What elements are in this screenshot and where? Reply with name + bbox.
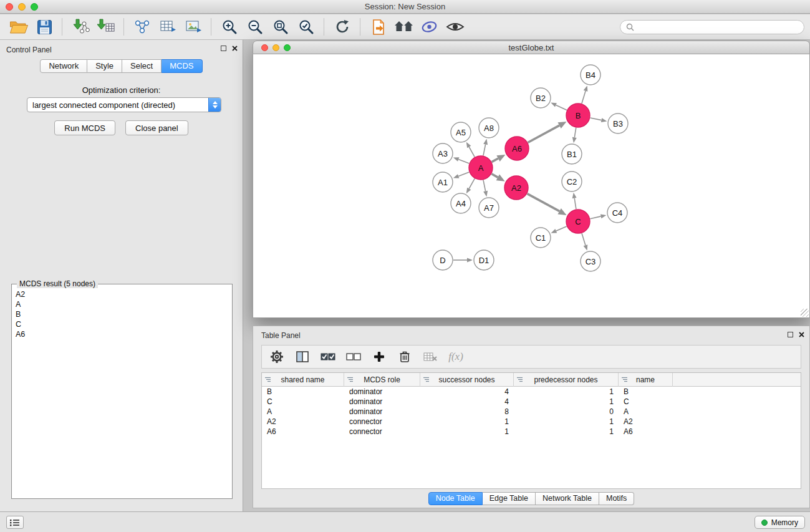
float-panel-icon[interactable] [788,332,793,337]
edge-A-A5[interactable] [466,142,475,157]
node-B4[interactable]: B4 [581,65,600,85]
table-row-a[interactable]: Adominator80A [262,407,801,417]
status-menu-button[interactable] [6,516,24,529]
node-A7[interactable]: A7 [479,198,499,218]
zoom-in-button[interactable] [218,16,241,37]
export-image-button[interactable] [182,16,205,37]
search-input[interactable] [637,23,798,32]
save-session-button[interactable] [33,16,55,37]
tab-edge-table[interactable]: Edge Table [483,492,536,505]
zoom-out-button[interactable] [244,16,266,37]
deselect-all-button[interactable] [346,349,361,365]
edge-A-A3[interactable] [453,157,470,163]
mcds-result-item-a[interactable]: A [16,299,228,309]
edge-B-B4[interactable] [582,85,588,104]
open-session-button[interactable] [367,16,390,37]
open-file-button[interactable] [7,16,30,37]
mcds-result-item-a6[interactable]: A6 [16,329,228,339]
edge-D-D1[interactable] [453,258,473,263]
edge-A-A6[interactable] [492,155,506,162]
edge-A-A4[interactable] [466,178,475,193]
edge-A-A1[interactable] [453,172,470,178]
node-B[interactable]: B [566,104,590,127]
node-C3[interactable]: C3 [581,251,600,271]
edge-C-C3[interactable] [582,233,587,251]
add-row-button[interactable] [372,349,387,365]
node-A8[interactable]: A8 [479,118,499,138]
zoom-traffic-light[interactable] [31,3,38,11]
float-panel-icon[interactable] [221,46,226,51]
styles-button[interactable] [418,16,441,37]
zoom-selected-button[interactable] [295,16,317,37]
edge-C-C2[interactable] [572,193,577,209]
edge-A-A2[interactable] [491,174,504,181]
node-B3[interactable]: B3 [608,114,628,133]
edge-B-B2[interactable] [551,103,567,110]
tab-network-table[interactable]: Network Table [536,492,599,505]
new-table-button[interactable] [157,16,179,37]
mcds-result-item-a2[interactable]: A2 [16,289,228,299]
window-resize-grip[interactable] [801,309,809,317]
close-traffic-light[interactable] [6,3,13,11]
node-B1[interactable]: B1 [562,144,582,164]
minimize-traffic-light[interactable] [18,3,26,11]
node-A4[interactable]: A4 [451,193,471,213]
table-row-a2[interactable]: A2connector11A2 [262,417,801,427]
details-button[interactable] [444,16,466,37]
mcds-result-item-b[interactable]: B [16,309,228,319]
mcds-result-item-c[interactable]: C [16,319,228,329]
tab-node-table[interactable]: Node Table [428,492,483,505]
show-columns-button[interactable] [295,349,310,365]
edge-C-C4[interactable] [591,214,607,218]
tab-motifs[interactable]: Motifs [599,492,634,505]
memory-button[interactable]: Memory [755,516,805,529]
tab-network[interactable]: Network [40,59,87,73]
refresh-button[interactable] [331,16,354,37]
criterion-dropdown[interactable]: largest connected component (directed) [27,97,221,112]
node-A5[interactable]: A5 [451,122,471,142]
column-header-predecessor-nodes[interactable]: predecessor nodes [514,373,619,387]
table-row-c[interactable]: Cdominator41C [262,397,801,407]
node-C4[interactable]: C4 [607,203,627,223]
table-row-b[interactable]: Bdominator41B [262,387,801,397]
column-header-mcds-role[interactable]: MCDS role [344,373,420,387]
node-A2[interactable]: A2 [504,176,528,200]
new-network-button[interactable] [131,16,153,37]
node-D1[interactable]: D1 [474,250,494,270]
import-table-button[interactable] [95,16,117,37]
column-header-successor-nodes[interactable]: successor nodes [420,373,514,387]
delete-row-button[interactable] [397,349,412,365]
delete-table-button[interactable] [423,349,438,365]
column-header-shared-name[interactable]: shared name [262,373,344,387]
edge-C-C1[interactable] [551,226,567,233]
select-all-button[interactable] [321,349,335,365]
network-window-titlebar[interactable]: testGlobe.txt [253,41,810,54]
import-network-button[interactable] [69,16,92,37]
node-C1[interactable]: C1 [531,228,551,248]
node-A6[interactable]: A6 [505,137,529,160]
node-C2[interactable]: C2 [562,172,582,191]
table-settings-button[interactable] [269,349,284,365]
function-builder-button[interactable]: f(x) [448,349,463,365]
edge-A6-B[interactable] [528,122,567,143]
node-D[interactable]: D [433,250,453,270]
edge-B-B1[interactable] [572,128,577,143]
close-panel-button[interactable]: Close panel [125,120,188,135]
close-panel-icon[interactable] [232,46,238,51]
node-C[interactable]: C [566,210,590,233]
network-close-traffic-light[interactable] [261,44,268,51]
edge-B-B3[interactable] [591,118,607,122]
column-header-name[interactable]: name [619,373,673,387]
home-button[interactable] [393,16,415,37]
edge-A-A8[interactable] [483,139,488,156]
network-canvas[interactable]: B4B2BB3A8A5A6A3B1AA1C2A2A4A7C4CC1C3DD1 [253,54,809,317]
tab-select[interactable]: Select [122,59,162,73]
network-minimize-traffic-light[interactable] [272,44,279,51]
edge-A-A7[interactable] [483,180,488,197]
table-row-a6[interactable]: A6connector11A6 [262,427,801,437]
edge-A2-C[interactable] [528,194,567,215]
tab-mcds[interactable]: MCDS [162,59,202,73]
node-A3[interactable]: A3 [433,143,453,163]
network-view[interactable]: B4B2BB3A8A5A6A3B1AA1C2A2A4A7C4CC1C3DD1 [253,54,810,318]
network-zoom-traffic-light[interactable] [284,44,291,51]
